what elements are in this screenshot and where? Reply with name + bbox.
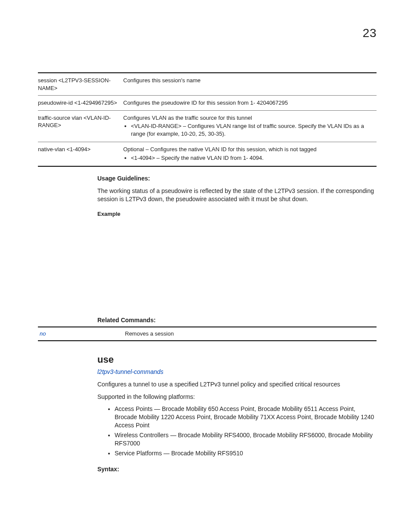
list-item: Wireless Controllers — Brocade Mobility …: [115, 431, 377, 448]
param-bullet: <1-4094> – Specify the native VLAN ID fr…: [131, 154, 373, 162]
param-bullets: <VLAN-ID-RANGE> – Configures VLAN range …: [131, 122, 373, 137]
param-name: pseudowire-id <1-4294967295>: [38, 96, 123, 111]
param-desc: Configures the pseudowire ID for this se…: [123, 96, 377, 111]
usage-heading: Usage Guidelines:: [97, 174, 377, 183]
table-row: traffic-source vlan <VLAN-ID-RANGE> Conf…: [38, 110, 377, 142]
param-name: traffic-source vlan <VLAN-ID-RANGE>: [38, 110, 123, 142]
category-link[interactable]: l2tpv3-tunnel-commands: [97, 368, 377, 376]
spacer: [38, 218, 377, 308]
related-cmd-desc: Removes a session: [123, 327, 377, 341]
page-number: 23: [363, 25, 377, 41]
related-heading: Related Commands:: [97, 316, 377, 324]
param-desc: Configures VLAN as the traffic source fo…: [123, 110, 377, 142]
related-commands-table: no Removes a session: [38, 327, 377, 341]
param-desc: Optional – Configures the native VLAN ID…: [123, 142, 377, 167]
table-row: native-vlan <1-4094> Optional – Configur…: [38, 142, 377, 167]
supported-intro: Supported in the following platforms:: [97, 393, 377, 401]
usage-text: The working status of a pseudowire is re…: [97, 187, 377, 203]
table-row: no Removes a session: [38, 327, 377, 341]
param-bullets: <1-4094> – Specify the native VLAN ID fr…: [131, 154, 373, 162]
param-name: session <L2TPV3-SESSION-NAME>: [38, 73, 123, 96]
table-row: session <L2TPV3-SESSION-NAME> Configures…: [38, 73, 377, 96]
table-row: pseudowire-id <1-4294967295> Configures …: [38, 96, 377, 111]
page: 23 session <L2TPV3-SESSION-NAME> Configu…: [0, 0, 411, 532]
param-desc-text: Optional – Configures the native VLAN ID…: [123, 146, 317, 152]
platforms-list: Access Points — Brocade Mobility 650 Acc…: [115, 405, 377, 457]
use-heading: use: [97, 353, 377, 366]
param-desc-text: Configures VLAN as the traffic source fo…: [123, 115, 252, 121]
list-item: Service Platforms — Brocade Mobility RFS…: [115, 449, 377, 457]
param-desc: Configures this session's name: [123, 73, 377, 96]
related-cmd-link[interactable]: no: [38, 327, 123, 341]
example-heading: Example: [97, 210, 377, 218]
param-name: native-vlan <1-4094>: [38, 142, 123, 167]
use-intro: Configures a tunnel to use a specified L…: [97, 380, 377, 389]
list-item: Access Points — Brocade Mobility 650 Acc…: [115, 405, 377, 429]
syntax-heading: Syntax:: [97, 465, 377, 473]
parameters-table: session <L2TPV3-SESSION-NAME> Configures…: [38, 72, 377, 167]
param-bullet: <VLAN-ID-RANGE> – Configures VLAN range …: [131, 122, 373, 137]
